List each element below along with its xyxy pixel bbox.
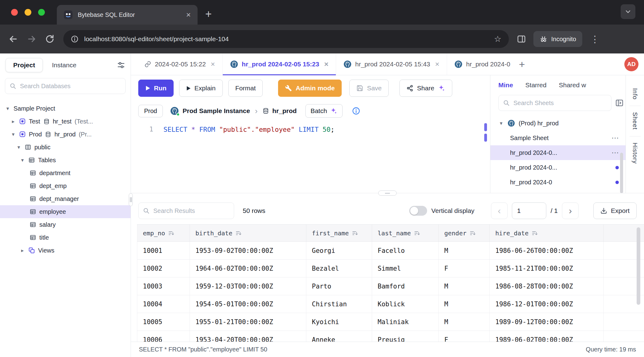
- sheet-search[interactable]: [498, 95, 611, 111]
- tree-node-table[interactable]: salary: [0, 218, 131, 231]
- sort-icon[interactable]: [414, 230, 420, 236]
- database-breadcrumb[interactable]: hr_prod: [262, 107, 296, 115]
- editor-tab-3[interactable]: hr_prod 2024-02-05 15:43 ×: [336, 53, 447, 75]
- export-button[interactable]: Export: [593, 202, 637, 219]
- column-header[interactable]: last_name: [372, 225, 439, 242]
- caret-right-icon[interactable]: ▸: [10, 118, 16, 125]
- column-header[interactable]: hire_date: [490, 225, 604, 242]
- editor-tab-1[interactable]: 2024-02-05 15:22 ×: [137, 53, 223, 75]
- panel-divider[interactable]: [131, 193, 644, 197]
- instance-breadcrumb[interactable]: Prod Sample Instance: [170, 107, 250, 115]
- vertical-display-toggle[interactable]: [409, 206, 427, 216]
- caret-down-icon[interactable]: ▾: [16, 144, 22, 151]
- share-button[interactable]: Share: [399, 80, 452, 97]
- sort-icon[interactable]: [168, 230, 174, 236]
- side-tab-history[interactable]: History: [631, 136, 638, 170]
- side-tab-info[interactable]: Info: [631, 82, 638, 106]
- admin-mode-button[interactable]: Admin mode: [278, 80, 342, 97]
- caret-down-icon[interactable]: ▾: [498, 120, 504, 127]
- collapse-panel-icon[interactable]: [615, 99, 624, 107]
- divider-drag-handle[interactable]: [378, 190, 397, 196]
- sheet-search-input[interactable]: [513, 100, 607, 107]
- url-bar[interactable]: localhost:8080/sql-editor/sheet/project-…: [63, 30, 509, 48]
- minimize-window-button[interactable]: [25, 9, 31, 16]
- side-tab-sheet[interactable]: Sheet: [631, 106, 638, 136]
- tab-project[interactable]: Project: [6, 58, 43, 72]
- sheet-item[interactable]: hr_prod 2024-0: [490, 175, 626, 190]
- zoom-window-button[interactable]: [38, 9, 45, 16]
- prev-page-button[interactable]: ‹: [491, 202, 508, 219]
- tree-node-table[interactable]: dept_manager: [0, 192, 131, 205]
- browser-menu-icon[interactable]: ⋮: [590, 35, 599, 43]
- close-tab-icon[interactable]: ×: [324, 61, 328, 68]
- user-avatar[interactable]: AD: [624, 57, 638, 71]
- sheet-group-row[interactable]: ▾ (Prod) hr_prod: [490, 116, 626, 131]
- page-number-input[interactable]: [512, 202, 546, 219]
- caret-down-icon[interactable]: ▾: [20, 157, 25, 163]
- sort-icon[interactable]: [235, 230, 242, 236]
- tree-node-table[interactable]: department: [0, 167, 131, 179]
- close-window-button[interactable]: [11, 9, 18, 16]
- sort-icon[interactable]: [352, 230, 358, 236]
- database-search[interactable]: [5, 78, 126, 94]
- back-icon[interactable]: [8, 34, 18, 44]
- editor-tab-4[interactable]: hr_prod 2024-0: [447, 53, 518, 75]
- tab-search-button[interactable]: [621, 4, 635, 19]
- sidebar-resize-handle[interactable]: [129, 193, 133, 206]
- sheet-item[interactable]: hr_prod 2024-0...: [490, 160, 626, 175]
- tab-mine[interactable]: Mine: [498, 81, 513, 93]
- tree-node-table[interactable]: dept_emp: [0, 179, 131, 192]
- sheet-item[interactable]: Sample Sheet ⋯: [490, 131, 626, 145]
- new-sheet-button[interactable]: +: [519, 59, 525, 69]
- run-button[interactable]: Run: [138, 80, 174, 97]
- close-tab-icon[interactable]: ×: [186, 11, 191, 19]
- site-info-icon[interactable]: [71, 35, 79, 43]
- reload-icon[interactable]: [45, 34, 55, 44]
- sort-icon[interactable]: [469, 230, 476, 236]
- column-header[interactable]: first_name: [306, 225, 372, 242]
- column-header[interactable]: gender: [439, 225, 490, 242]
- tab-instance[interactable]: Instance: [52, 61, 76, 69]
- format-button[interactable]: Format: [228, 80, 263, 97]
- sheet-item-menu-icon[interactable]: ⋯: [611, 149, 619, 156]
- sql-editor[interactable]: 1 SELECT * FROM "public"."employee" LIMI…: [131, 123, 490, 193]
- tree-node-table-selected[interactable]: employee: [0, 205, 131, 218]
- info-icon[interactable]: [352, 107, 360, 115]
- editor-scrollbar[interactable]: [484, 123, 487, 142]
- new-browser-tab-button[interactable]: +: [205, 9, 212, 20]
- column-header[interactable]: emp_no: [137, 225, 190, 242]
- environment-badge[interactable]: Prod: [138, 105, 163, 117]
- save-button[interactable]: Save: [349, 80, 389, 97]
- database-search-input[interactable]: [20, 83, 121, 90]
- tab-shared[interactable]: Shared w: [559, 81, 586, 93]
- tree-node-test-db[interactable]: ▸ Test hr_test (Test...: [0, 115, 131, 128]
- sheet-item-selected[interactable]: hr_prod 2024-0... ⋯: [490, 145, 626, 160]
- tree-node-tables[interactable]: ▾ Tables: [0, 154, 131, 167]
- sheet-item-menu-icon[interactable]: ⋯: [611, 134, 619, 142]
- results-scrollbar[interactable]: [637, 227, 640, 305]
- results-search[interactable]: [138, 202, 234, 219]
- results-search-input[interactable]: [153, 207, 230, 214]
- tree-node-prod-db[interactable]: ▾ Prod hr_prod (Pr...: [0, 128, 131, 141]
- tree-node-table[interactable]: title: [0, 231, 131, 244]
- explain-button[interactable]: Explain: [179, 80, 223, 97]
- filter-settings-icon[interactable]: [117, 61, 125, 69]
- tree-node-schema-public[interactable]: ▾ public: [0, 141, 131, 154]
- close-tab-icon[interactable]: ×: [435, 61, 439, 68]
- sheet-scrollbar[interactable]: [620, 153, 623, 193]
- bookmark-star-icon[interactable]: ☆: [494, 35, 501, 43]
- caret-down-icon[interactable]: ▾: [5, 105, 10, 112]
- side-panel-icon[interactable]: [517, 34, 526, 44]
- column-header[interactable]: birth_date: [190, 225, 306, 242]
- forward-icon[interactable]: [26, 34, 37, 44]
- sort-icon[interactable]: [532, 230, 538, 236]
- browser-tab[interactable]: Bytebase SQL Editor ×: [57, 5, 198, 25]
- caret-right-icon[interactable]: ▸: [20, 247, 25, 254]
- next-page-button[interactable]: ›: [562, 202, 579, 219]
- close-tab-icon[interactable]: ×: [211, 61, 215, 68]
- editor-tab-2-active[interactable]: hr_prod 2024-02-05 15:23 ×: [223, 53, 336, 75]
- tab-starred[interactable]: Starred: [525, 81, 547, 93]
- batch-button[interactable]: Batch: [305, 104, 343, 118]
- tree-node-views[interactable]: ▸ Views: [0, 244, 131, 257]
- tree-node-project[interactable]: ▾ Sample Project: [0, 102, 131, 115]
